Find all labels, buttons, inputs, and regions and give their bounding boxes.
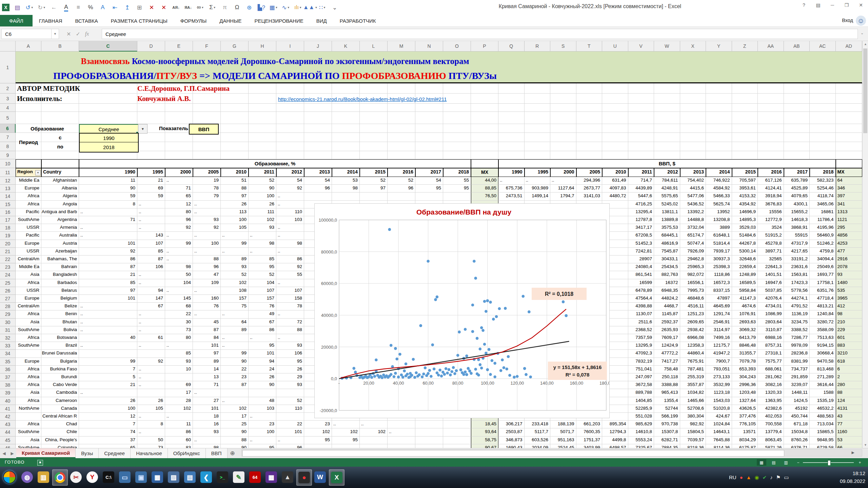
cell[interactable]: 16	[193, 421, 221, 428]
country-header[interactable]: Country	[41, 168, 79, 177]
cell[interactable]: 551,028	[628, 413, 654, 421]
cell[interactable]: 9194,15	[810, 342, 836, 350]
cell[interactable]: 1076,91	[732, 310, 758, 318]
cell[interactable]: 13811,1	[654, 208, 680, 216]
system-monitor-icon[interactable]: ▤	[182, 469, 197, 485]
cell[interactable]: 12794,3	[602, 428, 628, 436]
cell[interactable]: 25398,3	[706, 263, 732, 271]
cell[interactable]: SouthAme	[16, 444, 41, 448]
underline-a-icon[interactable]: А	[62, 3, 71, 12]
cell[interactable]: USSR	[16, 287, 41, 295]
column-header-C[interactable]: C	[79, 41, 137, 52]
percent-style-icon[interactable]: %	[86, 3, 95, 12]
terminal-icon[interactable]: >_	[215, 469, 230, 485]
cell[interactable]: 51484,6	[732, 232, 758, 240]
cell[interactable]: ..	[137, 366, 165, 373]
cell[interactable]: 9848,95	[810, 436, 836, 444]
cell[interactable]: 24	[249, 366, 276, 373]
cell[interactable]: Europe	[16, 185, 41, 192]
year-header[interactable]: 2018	[810, 168, 836, 177]
cell[interactable]: Middle Ea	[16, 177, 41, 185]
cell[interactable]: 72	[276, 319, 304, 326]
cell[interactable]: Bhutan	[41, 319, 79, 326]
cell[interactable]: 101	[193, 405, 221, 413]
cell[interactable]: 12787,8	[628, 216, 654, 224]
cell[interactable]: 12175,7	[706, 342, 732, 350]
row-header-12[interactable]: 12	[0, 177, 16, 185]
period-to-cell[interactable]: 2018	[79, 142, 139, 152]
cell[interactable]: 889,788	[628, 389, 654, 397]
cell[interactable]: 98	[276, 240, 304, 248]
cell[interactable]: 93	[221, 263, 249, 271]
cell[interactable]: ..	[137, 381, 165, 389]
cell[interactable]: 793,051	[706, 366, 732, 373]
year-header[interactable]: 2017	[415, 168, 443, 177]
cell[interactable]: 4217,65	[784, 248, 810, 256]
cell[interactable]: 160	[193, 295, 221, 303]
cell[interactable]: 397	[836, 192, 863, 200]
cell[interactable]: 14696,9	[732, 208, 758, 216]
row-header-24[interactable]: 24	[0, 271, 16, 279]
cell[interactable]: SouthAme	[16, 428, 41, 436]
taskbar-clock[interactable]: 18:12 09.08.2022	[825, 469, 865, 485]
cell[interactable]: 95	[276, 358, 304, 366]
cell[interactable]: ..	[193, 287, 221, 295]
year-header[interactable]: 2010	[221, 168, 249, 177]
column-header-Q[interactable]: Q	[498, 41, 525, 52]
cell[interactable]: ..	[165, 256, 193, 263]
cell[interactable]: 1465,66	[680, 397, 706, 405]
cell[interactable]: 3417,17	[628, 224, 654, 232]
select-all-corner[interactable]	[0, 41, 16, 52]
cell[interactable]: 5447,6	[628, 192, 654, 200]
cell[interactable]: 3532,99	[706, 381, 732, 389]
cell[interactable]: 4674,6	[732, 303, 758, 310]
cell[interactable]: 106	[276, 350, 304, 358]
cell[interactable]: 1480	[836, 279, 863, 287]
cell[interactable]: 16572,3	[706, 279, 732, 287]
cell[interactable]: 4354,92	[732, 201, 758, 208]
cell[interactable]: 93	[249, 224, 276, 232]
column-header-AD[interactable]: AD	[836, 41, 863, 52]
cell[interactable]: 754,402	[680, 177, 706, 185]
cell[interactable]: 4525,89	[784, 185, 810, 192]
yandex-browser-icon[interactable]: Y	[85, 469, 100, 485]
cell[interactable]: 78	[276, 303, 304, 310]
cell[interactable]: 4415,6	[680, 185, 706, 192]
chip-tool-icon[interactable]: ▦	[264, 469, 279, 485]
cell[interactable]: 5477,06	[680, 192, 706, 200]
year-header[interactable]: 2013	[304, 168, 332, 177]
cell[interactable]: 71	[79, 216, 137, 224]
cell[interactable]: NorthAme	[16, 405, 41, 413]
cell[interactable]: 734,737	[784, 366, 810, 373]
cell[interactable]: 59	[79, 192, 137, 200]
cell[interactable]: 53	[836, 436, 863, 444]
row-header-23[interactable]: 23	[0, 263, 16, 271]
year-header[interactable]: 2010	[602, 168, 628, 177]
cell[interactable]: 105	[137, 405, 165, 413]
cell[interactable]: 2916	[836, 256, 863, 263]
cell[interactable]: 93	[836, 271, 863, 279]
cell[interactable]: 3069,32	[732, 326, 758, 334]
cell[interactable]: 16372	[654, 279, 680, 287]
cell[interactable]: 2524,45	[550, 444, 576, 448]
cell[interactable]: Burundi	[41, 373, 79, 381]
column-header-Y[interactable]: Y	[706, 41, 732, 52]
cell[interactable]: ..	[137, 271, 165, 279]
cell[interactable]: 47	[193, 271, 221, 279]
cell[interactable]: 85	[249, 256, 276, 263]
cell[interactable]: 705,597	[732, 177, 758, 185]
ribbon-display-icon[interactable]: ▤	[811, 0, 825, 10]
cell[interactable]: 1160	[836, 428, 863, 436]
cell[interactable]: 13779,4	[758, 428, 784, 436]
cancel-icon[interactable]: ✕	[66, 31, 71, 37]
cell[interactable]: 377,476	[732, 413, 758, 421]
row-header-5[interactable]: 5	[0, 112, 16, 124]
row-header-38[interactable]: 38	[0, 381, 16, 389]
cell[interactable]: 6175,87	[732, 444, 758, 448]
cell[interactable]: USSR	[16, 224, 41, 232]
cell[interactable]: 8337,15	[706, 287, 732, 295]
column-header-N[interactable]: N	[415, 41, 443, 52]
cell[interactable]: 113	[221, 208, 249, 216]
cell[interactable]: ..	[276, 334, 304, 342]
cell[interactable]: 51246,2	[810, 240, 836, 248]
